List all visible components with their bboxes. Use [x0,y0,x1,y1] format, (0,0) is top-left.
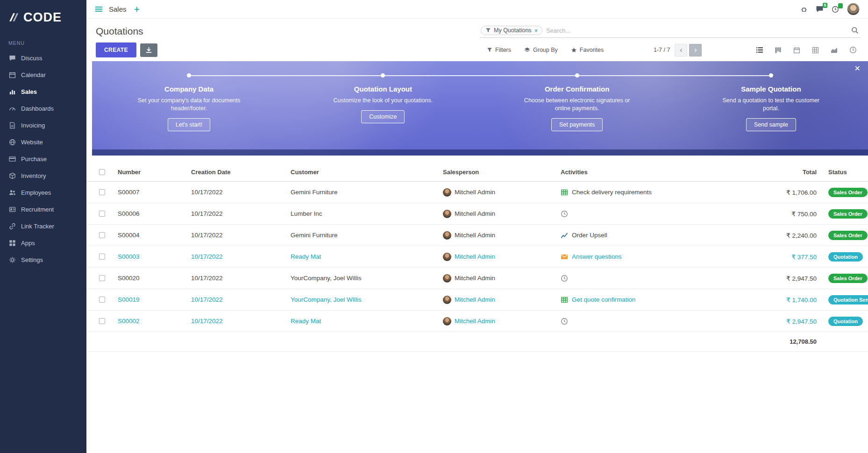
clock-icon[interactable] [561,318,569,325]
row-activity-label: Order Upsell [572,232,607,239]
search-icon[interactable] [851,27,859,34]
bug-icon [800,6,808,13]
logo-icon [7,12,19,23]
debug-button[interactable] [800,6,808,13]
row-customer: YourCompany, Joel Willis [291,275,443,282]
filters-button[interactable]: Filters [487,47,511,53]
activities-button[interactable] [832,6,839,13]
sidebar-item-purchase[interactable]: Purchase [0,150,86,167]
pager-previous-button[interactable]: ‹ [675,44,687,57]
user-avatar[interactable] [847,3,860,15]
spreadsheet-icon[interactable] [561,296,569,304]
view-switcher [752,43,861,57]
row-checkbox[interactable] [99,211,105,217]
sidebar-item-apps[interactable]: Apps [0,234,86,251]
step-dot [381,73,385,78]
funnel-icon [485,28,491,33]
table-row[interactable]: S00004 10/17/2022 Gemini Furniture Mitch… [86,225,868,246]
filter-chip-label: My Quotations [494,27,532,34]
column-header-total[interactable]: Total [752,169,821,176]
sidebar-item-employees[interactable]: Employees [0,184,86,201]
line-chart-icon[interactable] [561,232,569,239]
spreadsheet-icon[interactable] [561,189,569,196]
row-checkbox[interactable] [99,189,105,195]
chevron-left-icon: ‹ [680,45,683,55]
chevron-right-icon: › [694,45,697,55]
table-row[interactable]: S00003 10/17/2022 Ready Mat Mitchell Adm… [86,246,868,268]
sidebar-item-website[interactable]: Website [0,134,86,150]
row-customer: Gemini Furniture [291,232,443,239]
onboarding-step: Sample Quotation Send a quotation to tes… [674,73,868,156]
send-sample-button[interactable]: Send sample [746,118,796,131]
group-by-button[interactable]: Group By [524,47,558,53]
row-number: S00004 [118,232,191,239]
clock-icon[interactable] [561,210,569,218]
row-number: S00002 [118,318,191,325]
remove-filter-icon[interactable]: × [534,28,538,34]
onboarding-step: Order Confirmation Choose between electr… [480,73,674,156]
row-checkbox[interactable] [99,254,105,260]
favorites-button[interactable]: Favorites [571,47,604,53]
column-header-customer[interactable]: Customer [291,169,443,176]
pager-next-button[interactable]: › [689,44,702,57]
sidebar-item-sales[interactable]: Sales [0,83,86,100]
customize-button[interactable]: Customize [361,110,405,123]
sidebar-item-invoicing[interactable]: Invoicing [0,117,86,134]
filter-chip-my-quotations[interactable]: My Quotations × [481,26,542,35]
row-checkbox[interactable] [99,275,105,281]
sidebar-item-discuss[interactable]: Discuss [0,50,86,66]
column-header-status[interactable]: Status [821,169,868,176]
close-icon[interactable]: ✕ [854,65,861,72]
search-input[interactable] [546,27,847,34]
row-checkbox[interactable] [99,318,105,324]
sidebar-item-calendar[interactable]: Calendar [0,66,86,83]
envelope-icon[interactable] [561,253,569,261]
table-row[interactable]: S00020 10/17/2022 YourCompany, Joel Will… [86,268,868,289]
column-header-salesperson[interactable]: Salesperson [443,169,561,176]
row-activity-label: Answer questions [572,253,622,260]
row-customer: Lumber Inc [291,210,443,217]
table-row[interactable]: S00002 10/17/2022 Ready Mat Mitchell Adm… [86,311,868,332]
salesperson-avatar [443,317,451,326]
app-logo[interactable]: CODE [0,0,86,35]
create-button[interactable]: CREATE [96,42,136,57]
pager-range: 1-7 / 7 [654,47,670,53]
activity-view-button[interactable] [845,43,861,57]
row-checkbox[interactable] [99,297,105,303]
select-all-checkbox[interactable] [99,169,105,175]
column-header-activities[interactable]: Activities [561,169,752,176]
calendar-view-icon [793,47,800,54]
sidebar-item-dashboards[interactable]: Dashboards [0,100,86,117]
column-header-creation-date[interactable]: Creation Date [191,169,291,176]
sidebar-item-link-tracker[interactable]: Link Tracker [0,218,86,234]
column-header-number[interactable]: Number [118,169,191,176]
sidebar-item-recruitment[interactable]: Recruitment [0,201,86,218]
menu-toggle-icon[interactable] [95,5,103,13]
calendar-view-button[interactable] [789,43,804,57]
sidebar-item-inventory[interactable]: Inventory [0,167,86,184]
funnel-icon [487,47,492,53]
row-number: S00020 [118,275,191,282]
invoicing-icon [8,121,16,129]
table-row[interactable]: S00019 10/17/2022 YourCompany, Joel Will… [86,289,868,311]
messages-button[interactable]: 5 [816,5,824,13]
row-creation-date: 10/17/2022 [191,275,291,282]
list-view-button[interactable] [752,43,767,57]
step-title: Company Data [164,85,213,93]
export-button[interactable] [140,43,157,57]
row-salesperson: Mitchell Admin [455,232,495,239]
table-row[interactable]: S00006 10/17/2022 Lumber Inc Mitchell Ad… [86,203,868,225]
row-checkbox[interactable] [99,232,105,238]
plus-icon[interactable] [134,6,140,13]
link-tracker-icon [8,222,16,230]
kanban-view-button[interactable] [770,43,786,57]
set-payments-button[interactable]: Set payments [551,118,603,131]
salesperson-avatar [443,274,451,283]
table-row[interactable]: S00007 10/17/2022 Gemini Furniture Mitch… [86,182,868,203]
graph-view-button[interactable] [826,43,842,57]
let-s-start--button[interactable]: Let's start! [168,118,210,131]
status-badge: Quotation Sent [828,295,868,304]
pivot-view-button[interactable] [808,43,823,57]
clock-icon[interactable] [561,275,569,282]
sidebar-item-settings[interactable]: Settings [0,251,86,268]
